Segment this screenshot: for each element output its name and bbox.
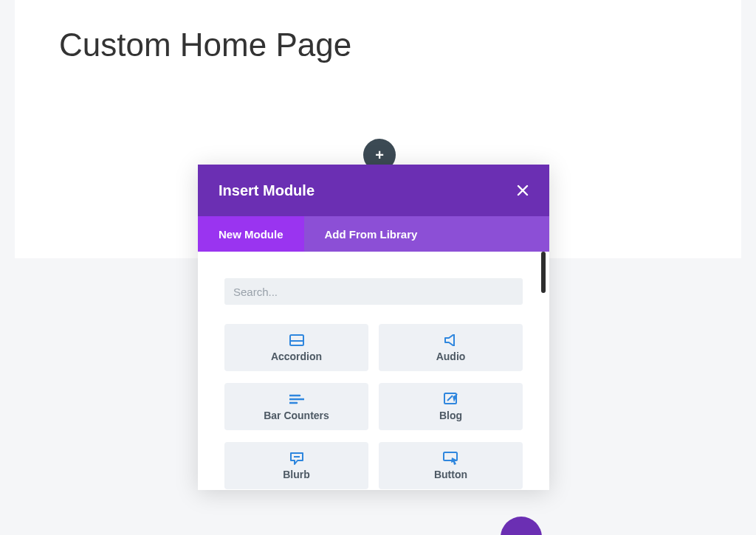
module-label: Blog xyxy=(439,410,462,421)
builder-fab[interactable] xyxy=(501,517,542,535)
module-label: Accordion xyxy=(271,351,322,362)
tab-new-module[interactable]: New Module xyxy=(198,216,304,252)
module-grid: Accordion Audio xyxy=(224,324,523,489)
search-input[interactable] xyxy=(224,278,523,305)
plus-icon: + xyxy=(375,147,384,164)
accordion-icon xyxy=(289,333,304,348)
module-blurb[interactable]: Blurb xyxy=(224,442,368,489)
button-icon xyxy=(443,451,459,466)
modal-header: Insert Module xyxy=(198,165,549,216)
blurb-icon xyxy=(289,451,304,466)
module-label: Blurb xyxy=(283,469,310,480)
tab-add-from-library[interactable]: Add From Library xyxy=(304,216,439,252)
module-button[interactable]: Button xyxy=(379,442,523,489)
audio-icon xyxy=(444,333,458,348)
blog-icon xyxy=(444,392,458,407)
tab-label: Add From Library xyxy=(325,228,418,241)
svg-marker-2 xyxy=(445,334,454,346)
module-blog[interactable]: Blog xyxy=(379,383,523,430)
module-label: Button xyxy=(434,469,467,480)
insert-module-modal: Insert Module New Module Add From Librar… xyxy=(198,165,549,490)
modal-body-wrap: Accordion Audio xyxy=(198,252,549,490)
module-label: Audio xyxy=(436,351,466,362)
tab-label: New Module xyxy=(219,228,284,241)
bar-counters-icon xyxy=(289,392,304,407)
module-accordion[interactable]: Accordion xyxy=(224,324,368,371)
modal-tabs: New Module Add From Library xyxy=(198,216,549,252)
modal-title: Insert Module xyxy=(219,182,315,199)
module-bar-counters[interactable]: Bar Counters xyxy=(224,383,368,430)
close-icon[interactable] xyxy=(517,184,529,196)
scrollbar[interactable] xyxy=(541,252,546,293)
page-title: Custom Home Page xyxy=(59,27,351,63)
module-audio[interactable]: Audio xyxy=(379,324,523,371)
module-label: Bar Counters xyxy=(264,410,329,421)
modal-body: Accordion Audio xyxy=(198,252,549,490)
